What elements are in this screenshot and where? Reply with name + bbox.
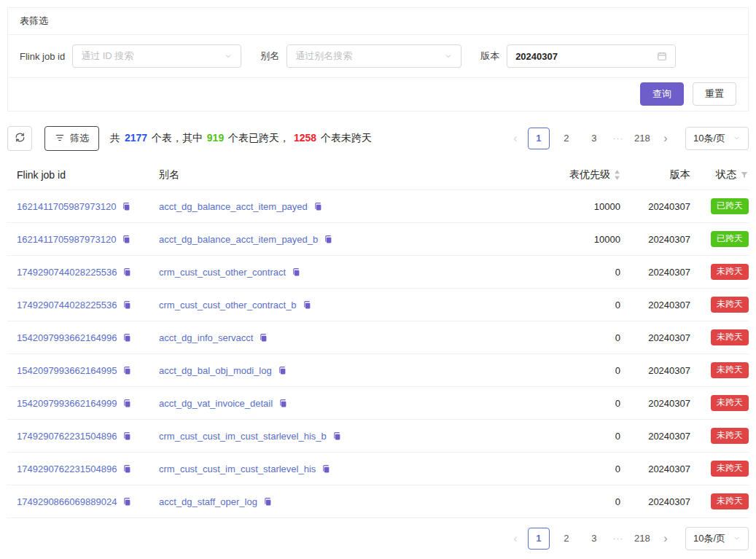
summary-part: 个表未跨天 [318,132,372,144]
copy-icon[interactable] [122,431,131,441]
page-button-1[interactable]: 1 [528,128,550,149]
filter-lines-icon [55,133,65,145]
flink-job-id-link[interactable]: 1621411705987973120 [17,234,116,245]
copy-icon[interactable] [291,267,300,277]
version-cell: 20240307 [620,234,690,245]
copy-icon[interactable] [122,366,131,375]
alias-cell: acct_dg_balance_acct_item_payed [150,201,533,212]
filter-funnel-icon[interactable] [740,171,749,179]
prev-page-button[interactable]: ‹ [507,128,523,149]
summary-part: 个表已跨天， [225,132,292,144]
copy-icon[interactable] [323,235,332,244]
flink-job-id-link[interactable]: 1749290762231504896 [17,431,117,442]
flink-job-id-link[interactable]: 1749290762231504896 [17,464,117,474]
column-status: 状态 [690,168,749,181]
calendar-icon [657,51,667,61]
flink-job-id-link[interactable]: 1749290744028225536 [17,267,117,278]
alias-link[interactable]: crm_cust_cust_other_contract [159,267,286,278]
copy-icon[interactable] [122,399,131,408]
copy-icon[interactable] [321,464,330,474]
alias-link[interactable]: acct_dg_bal_obj_modi_log [159,365,272,376]
version-field: 版本 20240307 [480,44,676,68]
sort-icon[interactable] [614,170,620,180]
alias-cell: crm_cust_cust_im_cust_starlevel_his_b [150,431,533,442]
flink-job-id-link[interactable]: 1749290866069889024 [17,496,117,507]
page-button-3[interactable]: 3 [583,528,605,550]
status-badge: 未跨天 [711,493,749,509]
copy-icon[interactable] [313,202,322,211]
page-button-2[interactable]: 2 [556,128,577,149]
chevron-down-icon [733,133,741,144]
table-row: 1749290762231504896 crm_cust_cust_im_cus… [7,453,749,485]
alias-link[interactable]: acct_dg_info_servacct [159,332,253,343]
priority-cell: 0 [533,300,620,310]
status-cell: 已跨天 [690,231,749,247]
column-label: 版本 [670,168,690,181]
column-priority: 表优先级 [533,168,620,181]
refresh-icon [15,132,26,145]
version-date-input[interactable]: 20240307 [507,44,676,68]
priority-cell: 0 [533,332,620,343]
flink-job-id-link[interactable]: 1542097993662164999 [17,398,117,409]
copy-icon[interactable] [122,333,131,343]
page-button-218[interactable]: 218 [631,528,653,550]
status-badge: 未跨天 [711,297,749,313]
reset-button[interactable]: 重置 [693,82,736,106]
copy-icon[interactable] [278,399,287,408]
alias-field: 别名 通过别名搜索 [260,44,461,68]
flink-job-id-link[interactable]: 1749290744028225536 [17,300,117,310]
page-size-select-bottom[interactable]: 10条/页 [685,527,749,550]
chevron-down-icon [444,52,453,60]
column-label: Flink job id [17,169,66,181]
alias-link[interactable]: crm_cust_cust_im_cust_starlevel_his_b [159,431,327,442]
alias-cell: crm_cust_cust_other_contract_b [150,300,533,310]
page-button-2[interactable]: 2 [556,528,577,550]
filter-toggle-button[interactable]: 筛选 [44,126,99,151]
page-button-1[interactable]: 1 [528,528,550,550]
copy-icon[interactable] [262,497,272,507]
table-row: 1542097993662164995 acct_dg_bal_obj_modi… [7,354,749,387]
flink-job-id-link[interactable]: 1542097993662164995 [17,365,117,376]
version-cell: 20240307 [620,496,690,507]
page-button-218[interactable]: 218 [631,128,653,149]
alias-select[interactable]: 通过别名搜索 [287,44,461,68]
alias-link[interactable]: acct_dg_balance_acct_item_payed_b [159,234,318,245]
page-size-select-top[interactable]: 10条/页 [685,127,749,150]
alias-link[interactable]: acct_dg_vat_invoice_detail [159,398,273,409]
copy-icon[interactable] [122,497,131,507]
copy-icon[interactable] [122,300,131,310]
alias-link[interactable]: crm_cust_cust_im_cust_starlevel_his [159,464,316,474]
pagination-top: ‹123···218› [506,128,675,149]
pagination-ellipsis: ··· [609,533,627,544]
alias-cell: acct_dg_staff_oper_log [150,496,533,507]
flink-job-id-link[interactable]: 1542097993662164996 [17,332,117,343]
copy-icon[interactable] [121,202,130,211]
column-label: 别名 [159,168,179,181]
query-button[interactable]: 查询 [640,82,684,106]
pagination-bottom: ‹123···218› [506,528,675,550]
next-page-button[interactable]: › [658,528,674,550]
copy-icon[interactable] [122,267,131,277]
refresh-button[interactable] [7,126,32,151]
status-cell: 未跨天 [690,428,749,444]
copy-icon[interactable] [122,464,131,474]
alias-link[interactable]: acct_dg_balance_acct_item_payed [159,201,308,212]
alias-link[interactable]: crm_cust_cust_other_contract_b [159,300,297,310]
next-page-button[interactable]: › [658,128,674,149]
copy-icon[interactable] [121,235,130,244]
copy-icon[interactable] [258,333,268,343]
flink-job-id-link[interactable]: 1621411705987973120 [17,201,116,212]
alias-link[interactable]: acct_dg_staff_oper_log [159,496,257,507]
chevron-down-icon [224,52,233,60]
prev-page-button[interactable]: ‹ [507,528,523,550]
filter-card-title: 表筛选 [8,8,748,35]
summary-crossed-count: 919 [207,132,224,144]
copy-icon[interactable] [302,300,311,310]
status-cell: 未跨天 [690,297,749,313]
status-badge: 未跨天 [711,428,749,444]
copy-icon[interactable] [277,366,287,375]
page-button-3[interactable]: 3 [583,128,605,149]
copy-icon[interactable] [332,431,341,441]
flink-job-id-cell: 1749290866069889024 [7,496,150,507]
flink-job-id-select[interactable]: 通过 ID 搜索 [72,44,241,68]
